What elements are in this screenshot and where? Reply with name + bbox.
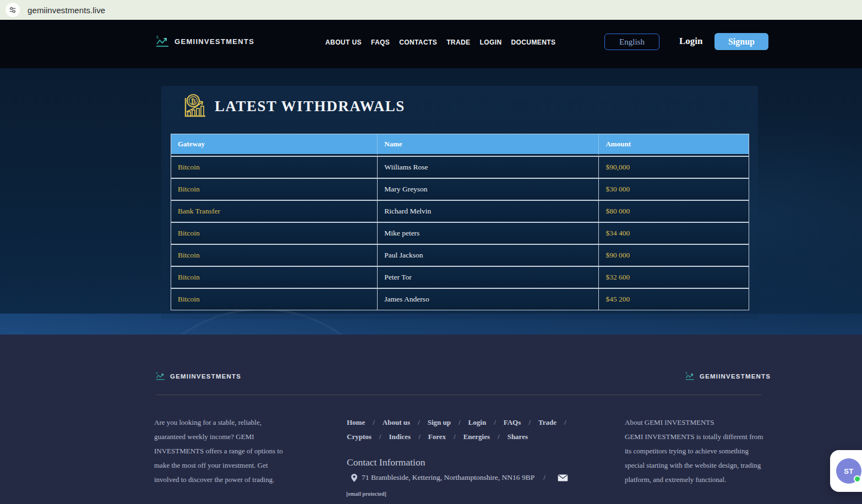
email-protected-label[interactable]: [email protected] xyxy=(346,491,386,497)
table-row: Bitcoin James Anderso $45 200 xyxy=(171,288,749,310)
language-selector[interactable]: English xyxy=(604,34,659,50)
footer-about-company: About GEMI INVESTMENTS GEMI INVESTMENTS … xyxy=(625,415,767,487)
footer-link-indices[interactable]: Indices xyxy=(389,432,411,441)
link-separator: / xyxy=(418,432,421,441)
cell-name: Paul Jackson xyxy=(378,244,599,266)
brand-logo[interactable]: $ GEMIINVESTMENTS xyxy=(156,35,254,48)
hero-section: ₿ LATEST WITHDRAWALS Gateway Name Amount… xyxy=(0,68,862,335)
login-link[interactable]: Login xyxy=(679,36,703,47)
footer-link-cryptos[interactable]: Cryptos xyxy=(347,432,372,441)
footer-divider xyxy=(156,395,761,395)
footer-brand-name: GEMIINVESTMENTS xyxy=(700,373,771,380)
footer-about-right-text: GEMI INVESTMENTS is totally different fr… xyxy=(625,430,767,487)
signup-button[interactable]: Signup xyxy=(714,33,768,50)
table-row: Bitcoin Peter Tor $32 600 xyxy=(171,266,749,288)
cell-amount: $45 200 xyxy=(599,288,749,310)
cell-gateway: Bitcoin xyxy=(171,178,378,200)
table-row: Bitcoin Mike peters $34 400 xyxy=(171,222,749,244)
contact-address: 71 Brambleside, Kettering, Northamptonsh… xyxy=(362,473,534,482)
map-pin-icon xyxy=(351,474,357,482)
footer-link-sign-up[interactable]: Sign up xyxy=(428,418,451,427)
link-separator: / xyxy=(564,418,566,427)
cell-amount: $90,000 xyxy=(599,156,749,178)
table-header-row: Gateway Name Amount xyxy=(171,134,749,156)
status-dot xyxy=(854,475,861,483)
footer-brand-left[interactable]: $ GEMIINVESTMENTS xyxy=(156,371,241,381)
svg-text:$: $ xyxy=(156,372,158,375)
link-separator: / xyxy=(454,432,456,441)
cell-gateway: Bitcoin xyxy=(171,244,378,266)
cell-amount: $32 600 xyxy=(599,266,749,288)
footer-links-row-2: Cryptos / Indices / Forex / Energies / S… xyxy=(347,430,578,444)
chat-widget[interactable]: ST xyxy=(830,450,862,492)
nav-link-trade[interactable]: TRADE xyxy=(446,39,470,46)
tune-icon xyxy=(9,6,17,14)
nav-link-about-us[interactable]: ABOUT US xyxy=(325,39,362,46)
bitcoin-growth-icon: ₿ xyxy=(182,94,207,119)
footer-link-energies[interactable]: Energies xyxy=(463,432,490,441)
footer-link-forex[interactable]: Forex xyxy=(428,432,446,441)
nav-link-faqs[interactable]: FAQS xyxy=(371,39,390,46)
brand-chart-icon: $ xyxy=(156,371,166,381)
cell-amount: $34 400 xyxy=(599,222,749,244)
cell-name: Richard Melvin xyxy=(378,200,599,222)
brand-chart-icon: $ xyxy=(685,371,695,381)
footer-brand-right[interactable]: $ GEMIINVESTMENTS xyxy=(685,371,771,381)
cell-name: James Anderso xyxy=(378,288,599,310)
cell-gateway: Bitcoin xyxy=(171,288,378,310)
table-row: Bank Transfer Richard Melvin $80 000 xyxy=(171,200,749,222)
nav-menu: ABOUT US FAQS CONTACTS TRADE LOGIN DOCUM… xyxy=(325,39,555,46)
cell-gateway: Bitcoin xyxy=(171,222,378,244)
withdrawals-header: ₿ LATEST WITHDRAWALS xyxy=(182,94,405,119)
envelope-icon xyxy=(558,474,568,481)
link-separator: / xyxy=(498,432,500,441)
withdrawals-panel: ₿ LATEST WITHDRAWALS Gateway Name Amount… xyxy=(161,86,758,319)
table-row: Bitcoin Paul Jackson $90 000 xyxy=(171,244,749,266)
footer-link-home[interactable]: Home xyxy=(347,418,365,427)
footer-about-text: Are you looking for a stable, reliable, … xyxy=(154,415,293,487)
cell-name: Mike peters xyxy=(378,222,599,244)
table-row: Bitcoin Wiiliams Rose $90,000 xyxy=(171,156,749,178)
cell-gateway: Bitcoin xyxy=(171,156,378,178)
brand-chart-icon: $ xyxy=(156,35,170,48)
nav-link-documents[interactable]: DOCUMENTS xyxy=(511,39,555,46)
footer-brand-name: GEMIINVESTMENTS xyxy=(170,373,241,380)
col-header-amount: Amount xyxy=(599,134,749,156)
svg-text:$: $ xyxy=(686,372,688,375)
cell-gateway: Bitcoin xyxy=(171,266,378,288)
navbar: $ GEMIINVESTMENTS ABOUT US FAQS CONTACTS… xyxy=(0,20,862,68)
svg-text:$: $ xyxy=(156,35,159,39)
site-settings-button[interactable] xyxy=(6,3,20,17)
cell-amount: $90 000 xyxy=(599,244,749,266)
svg-text:₿: ₿ xyxy=(191,97,196,105)
nav-link-contacts[interactable]: CONTACTS xyxy=(399,39,437,46)
brand-name: GEMIINVESTMENTS xyxy=(174,37,254,46)
footer-link-trade[interactable]: Trade xyxy=(538,418,557,427)
contact-heading: Contact Information xyxy=(347,457,425,468)
footer-link-login[interactable]: Login xyxy=(468,418,487,427)
link-separator: / xyxy=(543,473,545,482)
table-row: Bitcoin Mary Greyson $30 000 xyxy=(171,178,749,200)
footer-link-about-us[interactable]: About us xyxy=(383,418,410,427)
link-separator: / xyxy=(459,418,461,427)
link-separator: / xyxy=(418,418,420,427)
url-text[interactable]: gemiinvestments.live xyxy=(28,6,105,15)
cell-name: Mary Greyson xyxy=(378,178,599,200)
nav-link-login[interactable]: LOGIN xyxy=(479,39,501,46)
col-header-name: Name xyxy=(378,134,599,156)
footer-about-heading: About GEMI INVESTMENTS xyxy=(625,415,767,430)
cell-name: Peter Tor xyxy=(378,266,599,288)
link-separator: / xyxy=(494,418,496,427)
footer-link-faqs[interactable]: FAQs xyxy=(504,418,521,427)
cell-name: Wiiliams Rose xyxy=(378,156,599,178)
footer: $ GEMIINVESTMENTS $ GEMIINVESTMENTS Are … xyxy=(0,335,862,504)
footer-link-shares[interactable]: Shares xyxy=(508,432,528,441)
footer-links: Home / About us / Sign up / Login / FAQs… xyxy=(347,415,578,444)
link-separator: / xyxy=(528,418,531,427)
email-link[interactable] xyxy=(558,474,568,481)
cell-gateway: Bank Transfer xyxy=(171,200,378,222)
link-separator: / xyxy=(373,418,375,427)
link-separator: / xyxy=(379,432,381,441)
browser-url-bar[interactable]: gemiinvestments.live xyxy=(0,0,862,20)
cell-amount: $30 000 xyxy=(599,178,749,200)
